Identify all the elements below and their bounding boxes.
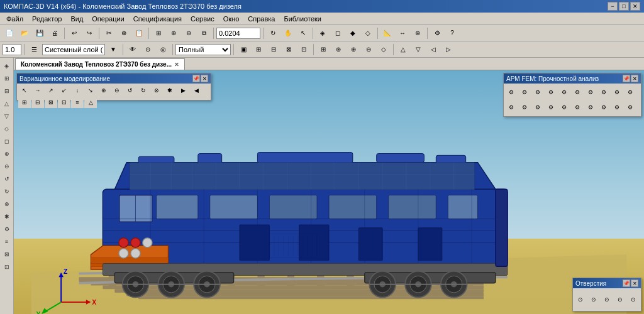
layer-dropdown[interactable]: ▼: [106, 43, 120, 56]
polar-btn[interactable]: ⊖: [362, 43, 375, 56]
sidebar-icon-6[interactable]: ◇: [1, 123, 13, 134]
menu-edit[interactable]: Редактор: [28, 14, 65, 24]
rotate-btn[interactable]: ↻: [266, 27, 280, 40]
var-btn-18[interactable]: ⊡: [58, 97, 70, 108]
otverstiya-panel-titlebar[interactable]: Отверстия 📌 ✕: [573, 278, 641, 288]
sidebar-icon-5[interactable]: ▽: [1, 111, 13, 122]
tb2-extra2[interactable]: ▽: [411, 43, 425, 56]
apm-btn-12[interactable]: ⚙: [518, 102, 531, 113]
sidebar-icon-12[interactable]: ⊗: [1, 198, 13, 210]
apm-btn-15[interactable]: ⚙: [558, 102, 570, 113]
zoom-box-btn[interactable]: ⧉: [197, 27, 211, 40]
zoom-value-input[interactable]: [216, 28, 260, 39]
apm-btn-19[interactable]: ⚙: [611, 102, 623, 113]
apm-btn-5[interactable]: ⚙: [558, 87, 570, 98]
minimize-button[interactable]: −: [608, 2, 618, 11]
menu-service[interactable]: Сервис: [187, 14, 218, 24]
tb2-extra3[interactable]: ◁: [426, 43, 440, 56]
render-btn5[interactable]: ⊡: [297, 43, 311, 56]
apm-btn-20[interactable]: ⚙: [624, 102, 636, 113]
tb2-extra4[interactable]: ▷: [441, 43, 455, 56]
osnap-btn[interactable]: ◇: [377, 43, 391, 56]
grid-btn[interactable]: ⊞: [316, 43, 330, 56]
viewport[interactable]: Z X Y Вариационное моделирование 📌: [14, 70, 644, 314]
var-btn-20[interactable]: △: [84, 97, 97, 108]
snap-grid-btn[interactable]: ⊛: [331, 43, 345, 56]
sidebar-icon-11[interactable]: ↻: [1, 186, 13, 197]
apm-btn-2[interactable]: ⚙: [518, 87, 531, 98]
sidebar-icon-4[interactable]: △: [1, 98, 13, 109]
menu-window[interactable]: Окно: [219, 14, 243, 24]
cut-btn[interactable]: ✂: [102, 27, 116, 40]
otv-btn-5[interactable]: ⊙: [627, 294, 640, 305]
sidebar-icon-15[interactable]: ≡: [1, 236, 13, 247]
var-btn-13[interactable]: ▶: [177, 85, 189, 96]
new-btn[interactable]: 📄: [3, 27, 16, 40]
variations-close-btn[interactable]: ✕: [201, 75, 208, 82]
sidebar-icon-17[interactable]: ⊡: [1, 261, 13, 273]
vis-btn3[interactable]: ◎: [156, 43, 170, 56]
var-btn-3[interactable]: ↗: [45, 85, 57, 96]
otverstiya-close-btn[interactable]: ✕: [631, 279, 638, 287]
sidebar-icon-3[interactable]: ⊟: [1, 85, 13, 97]
save-btn[interactable]: 💾: [33, 27, 47, 40]
open-btn[interactable]: 📂: [18, 27, 31, 40]
render-btn3[interactable]: ⊟: [267, 43, 280, 56]
var-btn-9[interactable]: ↺: [124, 85, 136, 96]
vis-btn1[interactable]: 👁: [126, 43, 140, 56]
apm-btn-14[interactable]: ⚙: [545, 102, 557, 113]
apm-btn-3[interactable]: ⚙: [531, 87, 544, 98]
apm-btn-4[interactable]: ⚙: [545, 87, 557, 98]
scale-input[interactable]: [3, 44, 21, 55]
render-btn1[interactable]: ▣: [236, 43, 250, 56]
menu-operations[interactable]: Операции: [88, 14, 128, 24]
var-btn-4[interactable]: ↙: [58, 85, 70, 96]
var-btn-16[interactable]: ⊟: [31, 97, 44, 108]
config-btn[interactable]: ⚙: [430, 27, 444, 40]
var-btn-2[interactable]: →: [31, 85, 44, 96]
sidebar-icon-8[interactable]: ⊕: [1, 148, 13, 160]
help-icon-btn[interactable]: ?: [445, 27, 459, 40]
otv-btn-4[interactable]: ⊙: [614, 294, 626, 305]
doc-tab-close[interactable]: ✕: [174, 62, 179, 68]
zoom-in-btn[interactable]: ⊕: [167, 27, 180, 40]
dim-btn[interactable]: ↔: [396, 27, 409, 40]
otverstiya-pin-btn[interactable]: 📌: [623, 279, 630, 287]
shaded-btn[interactable]: ◇: [361, 27, 375, 40]
var-btn-19[interactable]: ≡: [71, 97, 84, 108]
apm-btn-13[interactable]: ⚙: [531, 102, 544, 113]
apm-btn-11[interactable]: ⚙: [505, 102, 518, 113]
zoom-out-btn[interactable]: ⊖: [182, 27, 196, 40]
select-btn[interactable]: ↖: [296, 27, 310, 40]
var-btn-15[interactable]: ⊞: [18, 97, 31, 108]
layer-input[interactable]: [42, 44, 105, 55]
shade-btn[interactable]: ◆: [346, 27, 360, 40]
wireframe-btn[interactable]: ◻: [331, 27, 345, 40]
apm-btn-17[interactable]: ⚙: [584, 102, 597, 113]
var-btn-11[interactable]: ⊗: [150, 85, 163, 96]
apm-btn-10[interactable]: ⚙: [624, 87, 636, 98]
apm-btn-18[interactable]: ⚙: [597, 102, 610, 113]
menu-help[interactable]: Справка: [244, 14, 279, 24]
sidebar-icon-10[interactable]: ↺: [1, 173, 13, 185]
apm-panel-titlebar[interactable]: APM FEM: Прочностной анализ 📌 ✕: [504, 73, 641, 84]
menu-file[interactable]: Файл: [3, 14, 27, 24]
restore-button[interactable]: □: [619, 2, 629, 11]
otv-btn-3[interactable]: ⊙: [601, 294, 613, 305]
sidebar-icon-14[interactable]: ⚙: [1, 224, 13, 235]
var-btn-8[interactable]: ⊖: [111, 85, 123, 96]
print-btn[interactable]: 🖨: [48, 27, 62, 40]
measure-btn[interactable]: 📐: [380, 27, 394, 40]
tb2-extra1[interactable]: △: [396, 43, 410, 56]
render-btn2[interactable]: ⊞: [252, 43, 265, 56]
paste-btn[interactable]: 📋: [132, 27, 146, 40]
render-btn4[interactable]: ⊠: [282, 43, 296, 56]
undo-btn[interactable]: ↩: [67, 27, 81, 40]
apm-btn-16[interactable]: ⚙: [571, 102, 584, 113]
apm-btn-1[interactable]: ⚙: [505, 87, 518, 98]
layer-icon[interactable]: ☰: [27, 43, 41, 56]
apm-btn-8[interactable]: ⚙: [597, 87, 610, 98]
variations-panel-titlebar[interactable]: Вариационное моделирование 📌 ✕: [17, 73, 211, 84]
var-btn-14[interactable]: ◀: [190, 85, 203, 96]
apm-btn-9[interactable]: ⚙: [611, 87, 623, 98]
